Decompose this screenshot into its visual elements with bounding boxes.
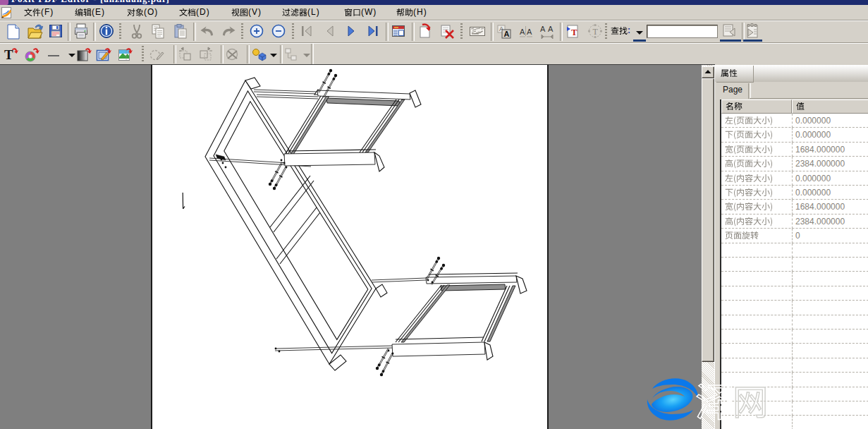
svg-text:A: A bbox=[527, 28, 532, 36]
svg-text:T: T bbox=[571, 27, 577, 37]
svg-text:T: T bbox=[4, 47, 13, 62]
svg-text:A: A bbox=[548, 25, 554, 33]
svg-text:T: T bbox=[593, 27, 599, 37]
svg-text:A: A bbox=[520, 28, 525, 36]
svg-text:A: A bbox=[504, 30, 510, 38]
svg-text:A: A bbox=[540, 25, 546, 33]
